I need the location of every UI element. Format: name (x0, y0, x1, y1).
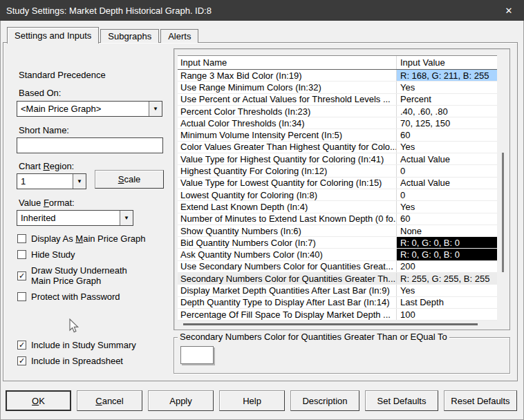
set-defaults-button[interactable]: Set Defaults (365, 390, 438, 411)
short-name-input[interactable] (17, 137, 163, 153)
checkbox-display-as-main-price-graph[interactable]: Display As Main Price Graph (17, 233, 168, 244)
input-name-cell: Percentage Of Fill Space To Display Mark… (178, 309, 397, 320)
checkbox-box[interactable] (17, 234, 26, 243)
column-header-input-value[interactable]: Input Value (397, 56, 498, 69)
table-row[interactable]: Lowest Quantity for Coloring (In:8)0 (178, 189, 498, 201)
chevron-down-icon[interactable]: ▼ (149, 102, 162, 116)
table-row[interactable]: Value Type for Lowest Quantity for Color… (178, 178, 498, 189)
input-name-cell: Bid Quantity Numbers Color (In:7) (178, 237, 397, 248)
input-value-cell[interactable]: 70, 125, 150 (397, 117, 498, 128)
input-value-cell[interactable]: 0 (397, 189, 498, 200)
inputs-table: Input Name Input Value Range 3 Max Bid C… (178, 55, 498, 321)
input-name-cell: Highest Quantity For Coloring (In:12) (178, 165, 397, 176)
table-row[interactable]: Use Range Minimum Colors (In:32)Yes (178, 82, 498, 93)
input-value-cell[interactable]: Last Depth (397, 297, 498, 308)
checkbox-include-in-study-summary[interactable]: ✓Include in Study Summary (17, 340, 168, 350)
input-name-cell: Use Range Minimum Colors (In:32) (178, 82, 397, 93)
input-value-cell[interactable]: Actual Value (397, 178, 498, 189)
vertical-scrollbar[interactable] (497, 55, 509, 321)
table-row[interactable]: Use Secondary Numbers Color for Quantiti… (178, 261, 498, 273)
input-value-cell[interactable]: .40, .60, .80 (397, 106, 498, 117)
input-name-cell: Display Market Depth Quantities After La… (178, 285, 397, 296)
reset-defaults-button[interactable]: Reset Defaults (444, 390, 517, 411)
table-row[interactable]: Secondary Numbers Color for Quantities G… (178, 273, 498, 285)
input-value-cell[interactable]: R: 255, G: 255, B: 255 (397, 273, 498, 284)
window-title: Study Settings: Market Depth Historical … (6, 6, 212, 16)
table-row[interactable]: Range 3 Max Bid Color (In:19)R: 168, G: … (178, 70, 498, 82)
input-value-cell[interactable]: Yes (397, 82, 498, 93)
input-value-cell[interactable]: 60 (397, 213, 498, 225)
input-value-cell[interactable]: 100 (397, 309, 498, 320)
table-row[interactable]: Display Market Depth Quantities After La… (178, 285, 498, 296)
input-value-cell[interactable]: None (397, 225, 498, 236)
chevron-down-icon[interactable]: ▼ (73, 174, 86, 189)
table-row[interactable]: Show Quantity Numbers (In:6)None (178, 225, 498, 237)
checkbox-draw-study-underneath[interactable]: ✓Draw Study Underneath Main Price Graph (17, 265, 168, 286)
close-icon[interactable]: ✕ (494, 0, 524, 21)
chart-region-dropdown[interactable]: 1 ▼ (17, 173, 86, 189)
study-settings-dialog: { "window": { "title": "Study Settings: … (0, 0, 524, 420)
tab-subgraphs[interactable]: Subgraphs (100, 29, 159, 43)
input-value-cell[interactable]: Yes (397, 285, 498, 296)
table-row[interactable]: Extend Last Known Depth (In:4)Yes (178, 201, 498, 213)
input-name-cell: Use Secondary Numbers Color for Quantiti… (178, 261, 397, 272)
table-row[interactable]: Color Values Greater Than Highest Quanti… (178, 142, 498, 153)
checkbox-label: Draw Study Underneath Main Price Graph (31, 265, 127, 286)
check-icon[interactable]: ✓ (17, 271, 26, 280)
color-swatch-button[interactable] (180, 346, 214, 364)
value-format-dropdown[interactable]: Inherited ▼ (17, 210, 133, 226)
vertical-scrollbar-thumb[interactable] (502, 153, 504, 272)
table-row[interactable]: Minimum Volume Intensity Percent (In:5)6… (178, 129, 498, 141)
checkbox-protect-with-password[interactable]: Protect with Password (17, 292, 168, 302)
table-row[interactable]: Number of Minutes to Extend Last Known D… (178, 213, 498, 225)
checkbox-label: Include in Study Summary (31, 340, 136, 350)
table-row[interactable]: Percent Color Thresholds (In:23).40, .60… (178, 106, 498, 117)
table-row[interactable]: Percentage Of Fill Space To Display Mark… (178, 309, 498, 321)
ok-button[interactable]: OK (6, 390, 71, 411)
table-row[interactable]: Value Type for Highest Quantity for Colo… (178, 153, 498, 165)
table-row[interactable]: Bid Quantity Numbers Color (In:7)R: 0, G… (178, 237, 498, 249)
checkbox-box[interactable] (17, 292, 26, 301)
input-value-cell[interactable]: R: 0, G: 0, B: 0 (397, 249, 498, 260)
input-value-cell[interactable]: 60 (397, 129, 498, 140)
horizontal-scrollbar-thumb[interactable] (183, 323, 478, 325)
horizontal-scrollbar[interactable] (178, 321, 498, 329)
input-value-cell[interactable]: Percent (397, 94, 498, 105)
input-value-cell[interactable]: R: 168, G: 211, B: 255 (397, 70, 498, 81)
help-button[interactable]: Help (219, 390, 285, 411)
input-name-cell: Lowest Quantity for Coloring (In:8) (178, 189, 397, 200)
checkbox-include-in-spreadsheet[interactable]: ✓Include in Spreadsheet (17, 356, 168, 366)
cursor-icon (69, 318, 79, 336)
input-value-cell[interactable]: 0 (397, 165, 498, 176)
chevron-down-icon[interactable]: ▼ (120, 211, 133, 225)
tab-settings-and-inputs[interactable]: Settings and Inputs (7, 27, 99, 44)
table-row[interactable]: Actual Color Thresholds (In:34)70, 125, … (178, 117, 498, 129)
chart-region-label: Chart Region: (19, 161, 74, 171)
input-value-cell[interactable]: Yes (397, 142, 498, 153)
tab-alerts[interactable]: Alerts (160, 29, 198, 43)
checkbox-label: Hide Study (31, 249, 75, 260)
cancel-button[interactable]: Cancel (77, 390, 142, 411)
check-icon[interactable]: ✓ (17, 356, 26, 365)
column-header-input-name[interactable]: Input Name (178, 56, 397, 69)
input-value-cell[interactable]: Actual Value (397, 153, 498, 164)
input-value-cell[interactable]: R: 0, G: 0, B: 0 (397, 237, 498, 248)
input-value-cell[interactable]: 200 (397, 261, 498, 272)
table-row[interactable]: Ask Quantity Numbers Color (In:40)R: 0, … (178, 249, 498, 260)
description-button[interactable]: Description (290, 390, 359, 411)
input-value-cell[interactable]: Yes (397, 201, 498, 212)
input-name-cell: Show Quantity Numbers (In:6) (178, 225, 397, 236)
based-on-dropdown[interactable]: <Main Price Graph> ▼ (17, 101, 162, 117)
scale-button[interactable]: Scale (95, 170, 164, 189)
table-row[interactable]: Use Percent or Actual Values for Thresho… (178, 94, 498, 106)
table-row[interactable]: Highest Quantity For Coloring (In:12)0 (178, 165, 498, 177)
table-row[interactable]: Depth Quantity Type to Display After Las… (178, 297, 498, 309)
input-name-cell: Actual Color Thresholds (In:34) (178, 117, 397, 128)
checkbox-box[interactable] (17, 250, 26, 259)
standard-precedence-label: Standard Precedence (19, 70, 106, 80)
check-icon[interactable]: ✓ (17, 341, 26, 350)
checkbox-hide-study[interactable]: Hide Study (17, 249, 168, 260)
tab-bar: Settings and InputsSubgraphsAlerts (7, 27, 200, 43)
checkbox-group-main: Display As Main Price GraphHide Study✓Dr… (17, 233, 168, 307)
apply-button[interactable]: Apply (148, 390, 214, 411)
